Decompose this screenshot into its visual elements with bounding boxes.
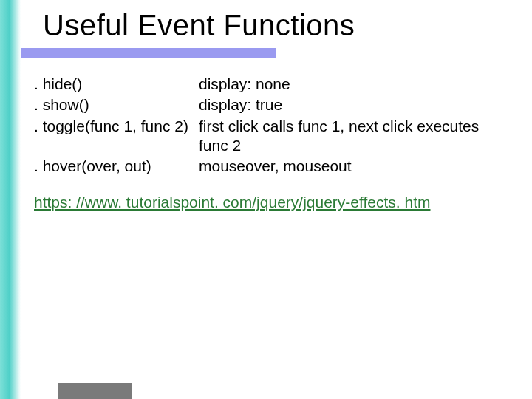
title-underline <box>21 48 276 58</box>
reference-link[interactable]: https: //www. tutorialspoint. com/jquery… <box>34 194 510 211</box>
body-area: . hide() display: none . show() display:… <box>21 58 532 211</box>
table-row: . show() display: true <box>34 95 510 116</box>
footer-decoration <box>58 383 132 399</box>
function-desc: mouseover, mouseout <box>199 157 510 177</box>
function-name: . hover(over, out) <box>34 157 199 177</box>
function-name: . toggle(func 1, func 2) <box>34 117 199 157</box>
function-desc: display: true <box>199 95 510 116</box>
function-desc: display: none <box>199 75 510 95</box>
table-row: . hide() display: none <box>34 75 510 95</box>
table-row: . hover(over, out) mouseover, mouseout <box>34 157 510 177</box>
decorative-left-strip <box>0 0 21 399</box>
functions-table: . hide() display: none . show() display:… <box>34 75 510 177</box>
function-name: . show() <box>34 95 199 116</box>
function-name: . hide() <box>34 75 199 95</box>
table-row: . toggle(func 1, func 2) first click cal… <box>34 117 510 157</box>
slide-content: Useful Event Functions . hide() display:… <box>21 0 532 399</box>
function-desc: first click calls func 1, next click exe… <box>199 117 510 157</box>
page-title: Useful Event Functions <box>21 0 532 48</box>
